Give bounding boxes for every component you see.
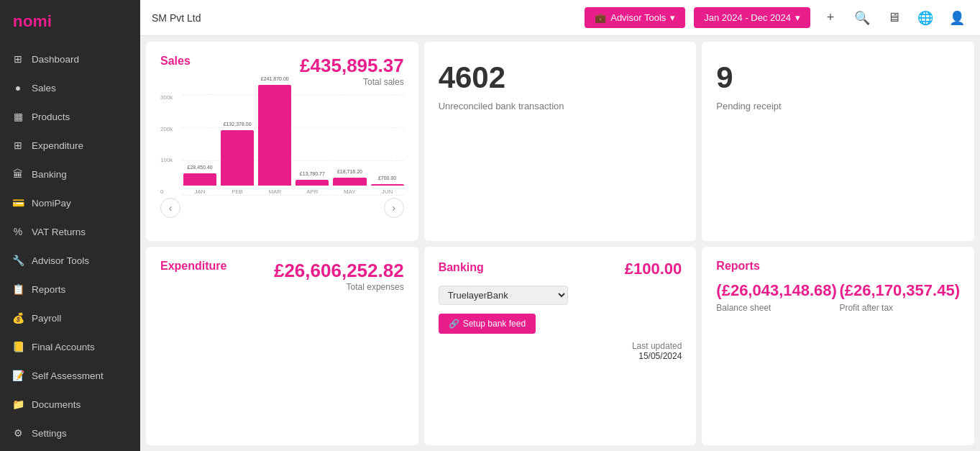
chart-bar-jun: £700.00 JUN [371, 184, 404, 195]
products-icon: ▦ [12, 110, 24, 123]
nomipay-icon: 💳 [12, 196, 24, 209]
sidebar-item-payroll[interactable]: 💰 Payroll [0, 304, 140, 332]
company-name: SM Pvt Ltd [152, 12, 576, 24]
chart-bar-apr: £13,780.77 APR [296, 180, 329, 195]
reports-icon: 📋 [12, 283, 24, 296]
final-accounts-icon: 📒 [12, 340, 24, 353]
setup-bank-feed-button[interactable]: 🔗 Setup bank feed [439, 314, 536, 334]
sidebar-item-documents[interactable]: 📁 Documents [0, 390, 140, 419]
period-button[interactable]: Jan 2024 - Dec 2024 ▾ [694, 7, 810, 28]
svg-text:nomi: nomi [13, 12, 52, 30]
self-assessment-icon: 📝 [12, 369, 24, 382]
sales-sub-label: Total sales [300, 77, 404, 87]
chart-prev-button[interactable]: ‹ [160, 198, 180, 218]
sidebar-item-nomipay[interactable]: 💳 NomiPay [0, 188, 140, 217]
search-button[interactable]: 🔍 [851, 6, 874, 29]
sidebar-item-reports[interactable]: 📋 Reports [0, 275, 140, 304]
main-area: SM Pvt Ltd 💼 Advisor Tools ▾ Jan 2024 - … [140, 0, 980, 451]
profit-value: (£26,170,357.45) [839, 281, 960, 300]
banking-card: Banking £100.00 TruelayerBank 🔗 Setup ba… [424, 247, 697, 446]
pending-label: Pending receipt [716, 101, 960, 111]
reports-title: Reports [716, 260, 759, 272]
sales-card-header: Sales £435,895.37 Total sales [160, 55, 404, 87]
sidebar-item-settings[interactable]: ⚙ Settings [0, 419, 140, 447]
chart-next-button[interactable]: › [384, 198, 404, 218]
pending-card: 9 Pending receipt [702, 42, 974, 241]
banking-amount: £100.00 [625, 260, 682, 278]
link-icon: 🔗 [449, 319, 459, 329]
banking-icon: 🏛 [12, 168, 24, 181]
settings-icon: ⚙ [12, 427, 24, 439]
balance-sheet-label: Balance sheet [716, 303, 837, 313]
chevron-down-icon: ▾ [795, 12, 800, 23]
screen-button[interactable]: 🖥 [882, 6, 905, 29]
sidebar-item-advisor-tools[interactable]: 🔧 Advisor Tools [0, 246, 140, 275]
balance-sheet-value: (£26,043,148.68) [716, 281, 837, 300]
chart-bars: £28,450.40 JAN £132,378.00 FEB [160, 94, 404, 195]
sidebar-item-self-assessment[interactable]: 📝 Self Assessment [0, 361, 140, 390]
sales-title: Sales [160, 55, 191, 68]
sidebar-item-expenditure[interactable]: ⊞ Expenditure [0, 131, 140, 160]
documents-icon: 📁 [12, 398, 24, 411]
expenditure-main-value: £26,606,252.82 [274, 260, 404, 282]
expenditure-header: Expenditure £26,606,252.82 Total expense… [160, 260, 404, 292]
chart-bar-may: £18,716.20 MAY [333, 178, 366, 195]
add-button[interactable]: + [819, 6, 842, 29]
expenditure-icon: ⊞ [12, 139, 24, 152]
unreconciled-number: 4602 [439, 60, 682, 95]
last-updated-label: Last updated [439, 341, 682, 351]
sidebar-item-final-accounts[interactable]: 📒 Final Accounts [0, 332, 140, 361]
chart-nav: ‹ › [160, 198, 404, 218]
sales-chart: 300k 200k 100k 0 £28,450.40 JAN [160, 94, 404, 209]
user-button[interactable]: 👤 [945, 6, 968, 29]
banking-bank-select[interactable]: TruelayerBank [439, 286, 568, 305]
sidebar-item-vat-returns[interactable]: % VAT Returns [0, 217, 140, 246]
briefcase-icon: 💼 [595, 12, 606, 23]
advisor-tools-icon: 🔧 [12, 254, 24, 267]
content-grid: Sales £435,895.37 Total sales [140, 36, 980, 451]
logo: nomi [0, 0, 140, 45]
sales-icon: ● [12, 81, 24, 94]
chevron-down-icon: ▾ [670, 12, 675, 23]
advisor-tools-button[interactable]: 💼 Advisor Tools ▾ [585, 7, 685, 28]
last-updated-date: 15/05/2024 [439, 351, 682, 361]
unreconciled-card: 4602 Unreconciled bank transaction [424, 42, 697, 241]
profit-label: Profit after tax [839, 303, 960, 313]
expenditure-title: Expenditure [160, 260, 226, 273]
globe-button[interactable]: 🌐 [914, 6, 937, 29]
chart-bar-jan: £28,450.40 JAN [183, 173, 216, 195]
sidebar-item-dashboard[interactable]: ⊞ Dashboard [0, 45, 140, 73]
expenditure-sub-label: Total expenses [274, 282, 404, 292]
banking-header: Banking £100.00 [439, 260, 682, 278]
sales-main-value: £435,895.37 [300, 55, 404, 77]
chart-bar-mar: £241,870.00 MAR [258, 85, 291, 195]
vat-icon: % [12, 225, 24, 238]
sidebar-item-sales[interactable]: ● Sales [0, 73, 140, 102]
topbar: SM Pvt Ltd 💼 Advisor Tools ▾ Jan 2024 - … [140, 0, 980, 36]
sidebar: nomi ⊞ Dashboard ● Sales ▦ Products ⊞ Ex… [0, 0, 140, 451]
y-axis-labels: 300k 200k 100k 0 [160, 94, 180, 195]
payroll-icon: 💰 [12, 311, 24, 324]
expenditure-card: Expenditure £26,606,252.82 Total expense… [146, 247, 418, 446]
pending-number: 9 [716, 60, 960, 95]
reports-card: Reports (£26,043,148.68) Balance sheet (… [702, 247, 974, 446]
dashboard-icon: ⊞ [12, 53, 24, 65]
sidebar-item-products[interactable]: ▦ Products [0, 102, 140, 131]
banking-title: Banking [439, 261, 484, 274]
unreconciled-label: Unreconciled bank transaction [439, 101, 682, 111]
reports-values: (£26,043,148.68) Balance sheet (£26,170,… [716, 281, 960, 313]
sidebar-item-banking[interactable]: 🏛 Banking [0, 160, 140, 188]
chart-bar-feb: £132,378.00 FEB [221, 130, 254, 195]
sales-card: Sales £435,895.37 Total sales [146, 42, 418, 241]
